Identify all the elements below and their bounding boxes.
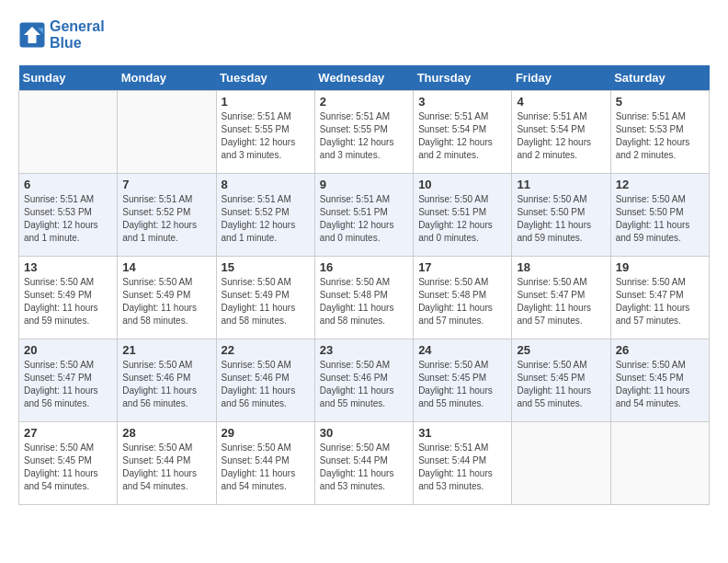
day-number: 10 — [418, 178, 506, 191]
weekday-header-wednesday: Wednesday — [314, 65, 413, 91]
day-number: 23 — [320, 343, 408, 357]
calendar-cell: 13Sunrise: 5:50 AM Sunset: 5:49 PM Dayli… — [19, 257, 118, 339]
calendar-cell: 30Sunrise: 5:50 AM Sunset: 5:44 PM Dayli… — [314, 422, 413, 505]
weekday-header-monday: Monday — [118, 65, 216, 91]
calendar-cell: 9Sunrise: 5:51 AM Sunset: 5:51 PM Daylig… — [314, 174, 413, 257]
calendar-cell — [19, 91, 118, 174]
calendar-cell: 5Sunrise: 5:51 AM Sunset: 5:53 PM Daylig… — [610, 91, 709, 174]
day-number: 8 — [222, 178, 310, 191]
calendar-cell: 15Sunrise: 5:50 AM Sunset: 5:49 PM Dayli… — [216, 257, 314, 339]
day-info: Sunrise: 5:50 AM Sunset: 5:45 PM Dayligh… — [616, 359, 704, 410]
calendar-cell: 29Sunrise: 5:50 AM Sunset: 5:44 PM Dayli… — [216, 422, 314, 505]
day-number: 22 — [222, 343, 310, 357]
day-info: Sunrise: 5:50 AM Sunset: 5:46 PM Dayligh… — [222, 359, 310, 410]
day-number: 20 — [24, 343, 112, 357]
day-info: Sunrise: 5:50 AM Sunset: 5:46 PM Dayligh… — [122, 359, 210, 410]
calendar-cell: 25Sunrise: 5:50 AM Sunset: 5:45 PM Dayli… — [512, 339, 610, 422]
day-info: Sunrise: 5:50 AM Sunset: 5:45 PM Dayligh… — [418, 359, 506, 410]
day-number: 25 — [517, 343, 605, 357]
calendar-cell: 12Sunrise: 5:50 AM Sunset: 5:50 PM Dayli… — [610, 174, 709, 257]
day-number: 19 — [616, 260, 704, 274]
day-number: 21 — [122, 343, 210, 357]
day-number: 15 — [222, 260, 310, 274]
day-number: 13 — [24, 260, 112, 274]
day-number: 11 — [517, 178, 605, 191]
logo: General Blue — [18, 18, 105, 52]
day-number: 31 — [418, 426, 506, 440]
calendar-cell: 3Sunrise: 5:51 AM Sunset: 5:54 PM Daylig… — [414, 91, 512, 174]
day-info: Sunrise: 5:51 AM Sunset: 5:53 PM Dayligh… — [24, 193, 112, 245]
day-info: Sunrise: 5:50 AM Sunset: 5:44 PM Dayligh… — [320, 442, 408, 493]
day-number: 6 — [24, 178, 112, 191]
calendar-cell: 23Sunrise: 5:50 AM Sunset: 5:46 PM Dayli… — [314, 339, 413, 422]
calendar-cell: 2Sunrise: 5:51 AM Sunset: 5:55 PM Daylig… — [314, 91, 413, 174]
calendar-cell: 4Sunrise: 5:51 AM Sunset: 5:54 PM Daylig… — [512, 91, 610, 174]
day-number: 28 — [122, 426, 210, 440]
day-number: 30 — [320, 426, 408, 440]
calendar-cell — [610, 422, 709, 505]
day-number: 9 — [320, 178, 408, 191]
calendar-cell: 27Sunrise: 5:50 AM Sunset: 5:45 PM Dayli… — [19, 422, 118, 505]
day-info: Sunrise: 5:50 AM Sunset: 5:51 PM Dayligh… — [418, 193, 506, 245]
day-number: 3 — [418, 95, 506, 109]
weekday-header-tuesday: Tuesday — [216, 65, 314, 91]
day-number: 18 — [517, 260, 605, 274]
weekday-header-thursday: Thursday — [414, 65, 512, 91]
calendar-cell: 31Sunrise: 5:51 AM Sunset: 5:44 PM Dayli… — [414, 422, 512, 505]
day-number: 26 — [616, 343, 704, 357]
calendar-cell: 22Sunrise: 5:50 AM Sunset: 5:46 PM Dayli… — [216, 339, 314, 422]
day-info: Sunrise: 5:50 AM Sunset: 5:45 PM Dayligh… — [24, 442, 112, 493]
day-info: Sunrise: 5:51 AM Sunset: 5:51 PM Dayligh… — [320, 193, 408, 245]
day-number: 1 — [222, 95, 310, 109]
day-number: 24 — [418, 343, 506, 357]
calendar-cell: 21Sunrise: 5:50 AM Sunset: 5:46 PM Dayli… — [118, 339, 216, 422]
day-info: Sunrise: 5:50 AM Sunset: 5:44 PM Dayligh… — [122, 442, 210, 493]
day-number: 5 — [616, 95, 704, 109]
day-number: 12 — [616, 178, 704, 191]
day-info: Sunrise: 5:50 AM Sunset: 5:46 PM Dayligh… — [320, 359, 408, 410]
calendar-cell — [118, 91, 216, 174]
day-info: Sunrise: 5:51 AM Sunset: 5:52 PM Dayligh… — [222, 193, 310, 245]
day-number: 2 — [320, 95, 408, 109]
calendar-table: SundayMondayTuesdayWednesdayThursdayFrid… — [18, 65, 710, 505]
calendar-cell: 16Sunrise: 5:50 AM Sunset: 5:48 PM Dayli… — [314, 257, 413, 339]
calendar-cell: 24Sunrise: 5:50 AM Sunset: 5:45 PM Dayli… — [414, 339, 512, 422]
calendar-cell: 19Sunrise: 5:50 AM Sunset: 5:47 PM Dayli… — [610, 257, 709, 339]
weekday-header-sunday: Sunday — [19, 65, 118, 91]
day-number: 17 — [418, 260, 506, 274]
calendar-cell: 1Sunrise: 5:51 AM Sunset: 5:55 PM Daylig… — [216, 91, 314, 174]
calendar-cell: 10Sunrise: 5:50 AM Sunset: 5:51 PM Dayli… — [414, 174, 512, 257]
day-info: Sunrise: 5:51 AM Sunset: 5:54 PM Dayligh… — [418, 110, 506, 162]
day-info: Sunrise: 5:51 AM Sunset: 5:44 PM Dayligh… — [418, 442, 506, 493]
day-info: Sunrise: 5:51 AM Sunset: 5:53 PM Dayligh… — [616, 110, 704, 162]
day-info: Sunrise: 5:50 AM Sunset: 5:44 PM Dayligh… — [222, 442, 310, 493]
calendar-cell: 6Sunrise: 5:51 AM Sunset: 5:53 PM Daylig… — [19, 174, 118, 257]
day-info: Sunrise: 5:51 AM Sunset: 5:55 PM Dayligh… — [222, 110, 310, 162]
day-number: 27 — [24, 426, 112, 440]
day-info: Sunrise: 5:50 AM Sunset: 5:49 PM Dayligh… — [222, 276, 310, 327]
day-info: Sunrise: 5:50 AM Sunset: 5:50 PM Dayligh… — [616, 193, 704, 245]
day-info: Sunrise: 5:50 AM Sunset: 5:49 PM Dayligh… — [122, 276, 210, 327]
day-info: Sunrise: 5:50 AM Sunset: 5:47 PM Dayligh… — [616, 276, 704, 327]
calendar-cell — [512, 422, 610, 505]
day-info: Sunrise: 5:50 AM Sunset: 5:47 PM Dayligh… — [517, 276, 605, 327]
day-info: Sunrise: 5:51 AM Sunset: 5:55 PM Dayligh… — [320, 110, 408, 162]
day-info: Sunrise: 5:50 AM Sunset: 5:48 PM Dayligh… — [418, 276, 506, 327]
calendar-cell: 26Sunrise: 5:50 AM Sunset: 5:45 PM Dayli… — [610, 339, 709, 422]
calendar-cell: 18Sunrise: 5:50 AM Sunset: 5:47 PM Dayli… — [512, 257, 610, 339]
logo-icon — [18, 21, 46, 49]
day-info: Sunrise: 5:50 AM Sunset: 5:48 PM Dayligh… — [320, 276, 408, 327]
day-info: Sunrise: 5:50 AM Sunset: 5:45 PM Dayligh… — [517, 359, 605, 410]
day-number: 14 — [122, 260, 210, 274]
day-info: Sunrise: 5:50 AM Sunset: 5:49 PM Dayligh… — [24, 276, 112, 327]
day-info: Sunrise: 5:50 AM Sunset: 5:50 PM Dayligh… — [517, 193, 605, 245]
calendar-cell: 7Sunrise: 5:51 AM Sunset: 5:52 PM Daylig… — [118, 174, 216, 257]
calendar-cell: 11Sunrise: 5:50 AM Sunset: 5:50 PM Dayli… — [512, 174, 610, 257]
logo-text: General Blue — [50, 18, 105, 52]
calendar-cell: 28Sunrise: 5:50 AM Sunset: 5:44 PM Dayli… — [118, 422, 216, 505]
weekday-header-friday: Friday — [512, 65, 610, 91]
day-info: Sunrise: 5:51 AM Sunset: 5:52 PM Dayligh… — [122, 193, 210, 245]
calendar-cell: 17Sunrise: 5:50 AM Sunset: 5:48 PM Dayli… — [414, 257, 512, 339]
day-number: 7 — [122, 178, 210, 191]
day-number: 4 — [517, 95, 605, 109]
